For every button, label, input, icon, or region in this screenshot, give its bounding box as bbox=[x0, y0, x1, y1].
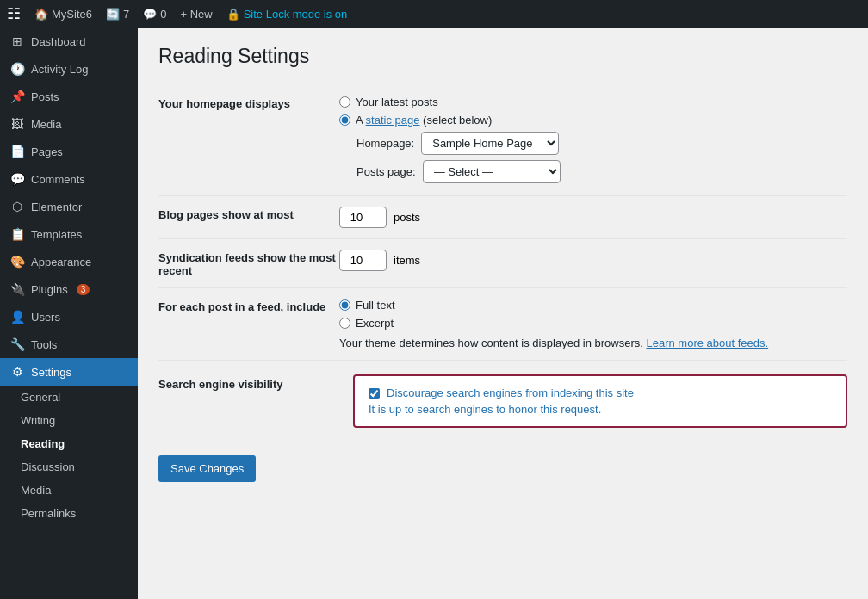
sidebar-item-label: Plugins bbox=[31, 283, 68, 296]
layout: ⊞ Dashboard 🕐 Activity Log 📌 Posts 🖼 Med… bbox=[0, 28, 868, 599]
radio-latest-posts[interactable] bbox=[339, 96, 350, 108]
search-visibility-row: Search engine visibility Discourage sear… bbox=[158, 361, 847, 442]
pages-icon: 📄 bbox=[10, 145, 24, 158]
submenu-writing[interactable]: Writing bbox=[0, 409, 138, 432]
syndication-input[interactable] bbox=[339, 250, 387, 271]
comments-nav-icon: 💬 bbox=[10, 172, 24, 186]
submenu-media[interactable]: Media bbox=[0, 479, 138, 502]
submenu-permalinks[interactable]: Permalinks bbox=[0, 502, 138, 525]
submenu-general[interactable]: General bbox=[0, 386, 138, 409]
blog-pages-control: posts bbox=[339, 207, 847, 228]
topbar-new-button[interactable]: + New bbox=[180, 8, 212, 21]
sidebar-item-comments[interactable]: 💬 Comments bbox=[0, 165, 138, 193]
syndication-input-row: items bbox=[339, 250, 847, 271]
search-visibility-checkbox-label: Discourage search engines from indexing … bbox=[387, 386, 634, 399]
settings-submenu: General Writing Reading Discussion Media… bbox=[0, 386, 138, 525]
radio-static-page[interactable] bbox=[339, 114, 350, 126]
radio-full-text-label: Full text bbox=[356, 299, 395, 312]
dashboard-icon: ⊞ bbox=[10, 34, 24, 48]
sidebar-item-plugins[interactable]: 🔌 Plugins 3 bbox=[0, 275, 138, 303]
posts-page-select-row: Posts page: — Select — bbox=[356, 160, 847, 183]
blog-pages-label: Blog pages show at most bbox=[158, 207, 339, 221]
sidebar-item-label: Activity Log bbox=[31, 63, 88, 76]
topbar-sitelock: 🔒 Site Lock mode is on bbox=[226, 8, 348, 21]
posts-page-select[interactable]: — Select — bbox=[423, 160, 561, 183]
sidebar: ⊞ Dashboard 🕐 Activity Log 📌 Posts 🖼 Med… bbox=[0, 28, 138, 599]
radio-latest-posts-label: Your latest posts bbox=[356, 96, 438, 108]
submenu-reading[interactable]: Reading bbox=[0, 432, 138, 455]
homepage-displays-row: Your homepage displays Your latest posts… bbox=[158, 85, 847, 196]
sidebar-item-label: Pages bbox=[31, 145, 63, 158]
radio-excerpt[interactable] bbox=[339, 318, 350, 329]
sidebar-item-elementor[interactable]: ⬡ Elementor bbox=[0, 193, 138, 220]
sidebar-item-label: Elementor bbox=[31, 201, 82, 213]
syndication-row: Syndication feeds show the most recent i… bbox=[158, 239, 847, 288]
search-visibility-label: Search engine visibility bbox=[158, 374, 339, 391]
users-icon: 👤 bbox=[10, 310, 24, 324]
syndication-suffix: items bbox=[394, 254, 420, 267]
homepage-label: Homepage: bbox=[356, 137, 414, 150]
save-changes-button[interactable]: Save Changes bbox=[158, 455, 256, 482]
search-visibility-box: Discourage search engines from indexing … bbox=[353, 374, 847, 428]
radio-excerpt-option: Excerpt bbox=[339, 317, 847, 330]
sidebar-item-settings[interactable]: ⚙ Settings bbox=[0, 358, 138, 386]
blog-pages-suffix: posts bbox=[394, 211, 420, 224]
static-page-link[interactable]: static page bbox=[366, 114, 420, 127]
syndication-label: Syndication feeds show the most recent bbox=[158, 250, 339, 277]
radio-full-text[interactable] bbox=[339, 300, 350, 311]
feed-include-row: For each post in a feed, include Full te… bbox=[158, 288, 847, 361]
syndication-control: items bbox=[339, 250, 847, 271]
sidebar-item-posts[interactable]: 📌 Posts bbox=[0, 83, 138, 110]
posts-page-label: Posts page: bbox=[356, 165, 416, 178]
wp-logo-icon[interactable]: ☷ bbox=[7, 4, 21, 23]
topbar: ☷ 🏠 MySite6 🔄 7 💬 0 + New 🔒 Site Lock mo… bbox=[0, 0, 868, 28]
comments-icon: 💬 bbox=[143, 8, 157, 21]
elementor-icon: ⬡ bbox=[10, 200, 24, 213]
updates-icon: 🔄 bbox=[106, 8, 120, 21]
radio-latest-posts-option: Your latest posts bbox=[339, 96, 847, 108]
radio-static-page-label: A static page (select below) bbox=[356, 114, 492, 127]
page-title: Reading Settings bbox=[158, 45, 847, 68]
sidebar-item-label: Media bbox=[31, 118, 61, 131]
blog-pages-input-row: posts bbox=[339, 207, 847, 228]
homepage-displays-label: Your homepage displays bbox=[158, 96, 339, 110]
homepage-displays-control: Your latest posts A static page (select … bbox=[339, 96, 847, 185]
search-visibility-checkbox[interactable] bbox=[369, 388, 380, 399]
settings-icon: ⚙ bbox=[10, 365, 24, 379]
sidebar-item-dashboard[interactable]: ⊞ Dashboard bbox=[0, 28, 138, 55]
sidebar-item-tools[interactable]: 🔧 Tools bbox=[0, 330, 138, 358]
blog-pages-input[interactable] bbox=[339, 207, 387, 228]
search-visibility-checkbox-row: Discourage search engines from indexing … bbox=[369, 386, 832, 399]
sidebar-item-label: Settings bbox=[31, 366, 71, 379]
sidebar-item-label: Dashboard bbox=[31, 35, 86, 48]
feeds-note: Your theme determines how content is dis… bbox=[339, 337, 847, 349]
sidebar-item-media[interactable]: 🖼 Media bbox=[0, 110, 138, 138]
submenu-discussion[interactable]: Discussion bbox=[0, 455, 138, 479]
sidebar-item-activity-log[interactable]: 🕐 Activity Log bbox=[0, 55, 138, 83]
sidebar-item-label: Posts bbox=[31, 90, 59, 103]
topbar-site-name[interactable]: 🏠 MySite6 bbox=[34, 8, 92, 21]
homepage-select-row: Homepage: Sample Home Page bbox=[356, 132, 847, 155]
tools-icon: 🔧 bbox=[10, 337, 24, 351]
sidebar-item-label: Comments bbox=[31, 173, 85, 186]
main-content: Reading Settings Your homepage displays … bbox=[138, 28, 868, 599]
topbar-comments[interactable]: 💬 0 bbox=[143, 8, 166, 21]
site-icon: 🏠 bbox=[34, 8, 48, 21]
sidebar-item-users[interactable]: 👤 Users bbox=[0, 303, 138, 330]
topbar-updates[interactable]: 🔄 7 bbox=[106, 8, 129, 21]
radio-excerpt-label: Excerpt bbox=[356, 317, 394, 330]
media-icon: 🖼 bbox=[10, 117, 24, 131]
posts-icon: 📌 bbox=[10, 90, 24, 103]
sidebar-item-label: Users bbox=[31, 311, 60, 324]
templates-icon: 📋 bbox=[10, 227, 24, 241]
lock-icon: 🔒 bbox=[226, 8, 240, 21]
sidebar-item-label: Tools bbox=[31, 338, 57, 351]
radio-static-page-option: A static page (select below) bbox=[339, 114, 847, 127]
search-visibility-note: It is up to search engines to honor this… bbox=[369, 403, 832, 416]
sidebar-item-pages[interactable]: 📄 Pages bbox=[0, 138, 138, 165]
feeds-link[interactable]: Learn more about feeds. bbox=[647, 337, 769, 349]
search-visibility-control: Discourage search engines from indexing … bbox=[353, 374, 847, 428]
sidebar-item-templates[interactable]: 📋 Templates bbox=[0, 220, 138, 248]
homepage-select[interactable]: Sample Home Page bbox=[421, 132, 559, 155]
sidebar-item-appearance[interactable]: 🎨 Appearance bbox=[0, 248, 138, 275]
